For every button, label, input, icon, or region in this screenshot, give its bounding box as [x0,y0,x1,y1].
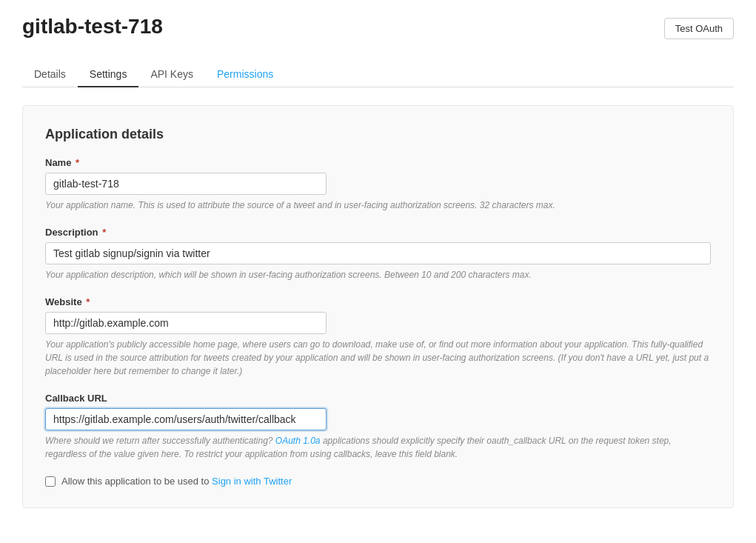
sign-in-checkbox-row: Allow this application to be used to Sig… [45,476,711,487]
website-hint: Your application's publicly accessible h… [45,338,711,378]
tabs-bar: Details Settings API Keys Permissions [22,62,734,87]
name-required-star: * [73,157,79,168]
tab-details[interactable]: Details [22,62,78,87]
name-field-group: Name * Your application name. This is us… [45,157,711,212]
callback-hint-prefix: Where should we return after successfull… [45,436,275,446]
website-required-star: * [84,296,90,307]
callback-url-hint: Where should we return after successfull… [45,434,711,461]
tab-api-keys[interactable]: API Keys [138,62,205,87]
page-title: gitlab-test-718 [22,15,163,39]
callback-url-input[interactable] [45,408,327,430]
tab-permissions[interactable]: Permissions [205,62,285,87]
callback-url-field-group: Callback URL Where should we return afte… [45,393,711,461]
test-oauth-button[interactable]: Test OAuth [664,18,734,39]
description-label: Description * [45,227,711,238]
sign-in-twitter-link[interactable]: Sign in with Twitter [212,476,292,487]
name-hint: Your application name. This is used to a… [45,199,711,212]
website-input[interactable] [45,312,327,334]
sign-in-checkbox[interactable] [45,476,56,487]
oauth-link[interactable]: OAuth 1.0a [275,436,321,446]
card-title: Application details [45,127,711,142]
description-required-star: * [100,227,107,238]
website-field-group: Website * Your application's publicly ac… [45,296,711,378]
sign-in-label: Allow this application to be used to Sig… [61,476,292,487]
name-label: Name * [45,157,711,168]
tab-settings[interactable]: Settings [78,62,139,87]
application-details-card: Application details Name * Your applicat… [22,105,734,508]
description-field-group: Description * Your application descripti… [45,227,711,282]
website-label: Website * [45,296,711,307]
description-hint: Your application description, which will… [45,268,711,282]
description-input[interactable] [45,242,711,264]
callback-url-label: Callback URL [45,393,711,404]
name-input[interactable] [45,173,327,195]
